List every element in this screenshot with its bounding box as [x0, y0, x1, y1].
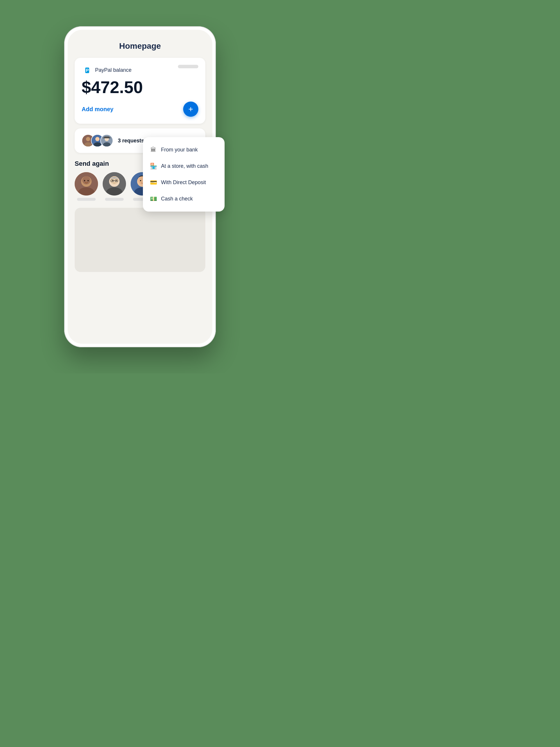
popup-label-from-bank: From your bank — [161, 147, 198, 153]
bank-icon: 🏛 — [150, 147, 157, 153]
svg-point-16 — [84, 180, 85, 181]
direct-deposit-icon: 💳 — [150, 179, 157, 186]
svg-rect-11 — [103, 137, 110, 138]
page-title: Homepage — [75, 42, 205, 51]
popup-label-cash-check: Cash a check — [161, 196, 193, 202]
contact-avatar-1 — [75, 172, 98, 196]
paypal-balance-label: PayPal balance — [95, 67, 132, 73]
placeholder-card — [75, 208, 205, 272]
popup-item-at-store[interactable]: 🏪 At a store, with cash — [143, 158, 224, 174]
contact-avatar-2 — [103, 172, 126, 196]
svg-point-6 — [96, 137, 100, 141]
contact-item-1[interactable] — [75, 172, 98, 201]
popup-label-direct-deposit: With Direct Deposit — [161, 179, 206, 186]
svg-point-15 — [82, 176, 90, 184]
svg-point-25 — [112, 180, 113, 181]
avatars-row — [82, 134, 113, 147]
popup-label-at-store: At a store, with cash — [161, 163, 208, 169]
balance-footer: Add money + — [82, 102, 198, 117]
popup-menu: 🏛 From your bank 🏪 At a store, with cash… — [143, 137, 224, 211]
add-money-button[interactable]: Add money — [82, 106, 113, 113]
svg-point-17 — [87, 180, 89, 181]
svg-text:P: P — [86, 68, 89, 73]
paypal-logo-row: P PayPal balance — [82, 65, 198, 75]
phone-wrapper: Homepage P PayPal balance $472.50 — [64, 26, 216, 347]
store-icon: 🏪 — [150, 162, 157, 170]
balance-card: P PayPal balance $472.50 Add money + — [75, 58, 205, 124]
balance-amount: $472.50 — [82, 79, 198, 96]
avatar-3 — [100, 134, 113, 147]
balance-pill — [178, 65, 198, 68]
svg-point-26 — [116, 180, 117, 181]
cash-check-icon: 💵 — [150, 195, 157, 202]
svg-point-3 — [86, 137, 90, 141]
contact-name-2 — [105, 198, 124, 201]
popup-item-from-bank[interactable]: 🏛 From your bank — [143, 142, 224, 158]
popup-item-direct-deposit[interactable]: 💳 With Direct Deposit — [143, 174, 224, 190]
svg-point-31 — [140, 180, 141, 181]
add-money-plus-button[interactable]: + — [183, 102, 198, 117]
plus-icon: + — [188, 105, 193, 113]
contact-item-2[interactable] — [103, 172, 126, 201]
paypal-logo-icon: P — [82, 65, 92, 75]
contact-name-1 — [77, 198, 96, 201]
popup-item-cash-check[interactable]: 💵 Cash a check — [143, 190, 224, 207]
